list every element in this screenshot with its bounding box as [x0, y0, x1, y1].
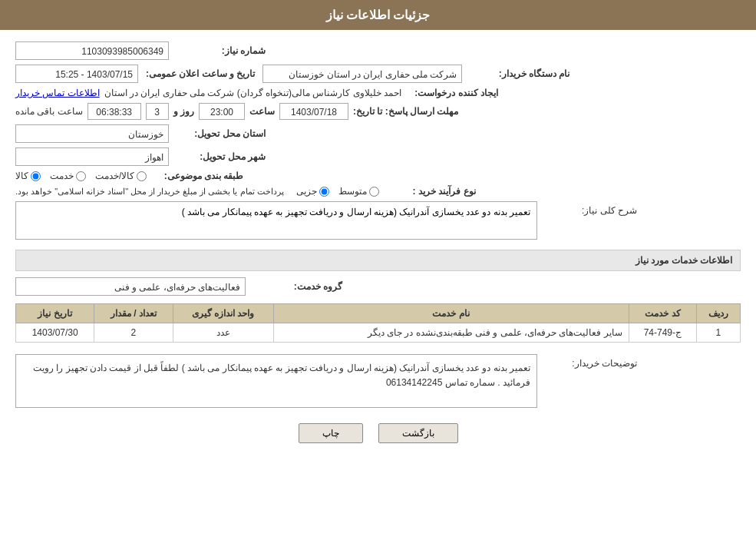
- service-group-label: گروه خدمت:: [250, 281, 342, 292]
- col-header-date: تاریخ نیاز: [16, 304, 94, 323]
- main-content: شماره نیاز: 1103093985006349 نام دستگاه …: [0, 30, 756, 455]
- cell-unit: عدد: [173, 323, 273, 343]
- back-button[interactable]: بازگشت: [378, 423, 458, 443]
- buyer-desc-value: تعمیر بدنه دو عدد یخسازی آندرانیک (هزینه…: [15, 354, 537, 408]
- buyer-desc-row: توضیحات خریدار: تعمیر بدنه دو عدد یخسازی…: [15, 354, 741, 408]
- process-option-motavaset[interactable]: متوسط: [338, 186, 379, 197]
- buyer-org-value: شرکت ملی حفاری ایران در استان خوزستان: [262, 65, 462, 83]
- deadline-date: 1403/07/18: [279, 103, 348, 120]
- button-row: بازگشت چاپ: [15, 423, 741, 443]
- creator-value: احمد خلیلاوی کارشناس مالی(تنخواه گردان) …: [104, 88, 401, 98]
- deadline-time-label: ساعت: [249, 106, 275, 117]
- process-label: نوع فرآیند خرید :: [384, 186, 476, 197]
- description-container: تعمیر بدنه دو عدد یخسازی آندرانیک (هزینه…: [15, 201, 537, 242]
- services-section-title: اطلاعات خدمات مورد نیاز: [15, 250, 741, 271]
- province-row: استان محل تحویل: خوزستان: [15, 124, 741, 143]
- deadline-suffix: ساعت باقی مانده: [15, 106, 83, 117]
- buyer-org-label: نام دستگاه خریدار:: [470, 68, 569, 79]
- table-row: 1 ج-749-74 سایر فعالیت‌های حرفه‌ای، علمی…: [16, 323, 741, 343]
- creator-label: ایجاد کننده درخواست:: [406, 88, 498, 98]
- deadline-hours: 06:38:33: [87, 103, 141, 120]
- category-radio-group: کالا/خدمت خدمت کالا: [15, 171, 147, 181]
- process-option-jozi[interactable]: جزیی: [296, 186, 329, 197]
- service-group-row: گروه خدمت: فعالیت‌های حرفه‌ای، علمی و فن…: [15, 277, 741, 296]
- date-value: 1403/07/15 - 15:25: [15, 65, 138, 83]
- cell-name: سایر فعالیت‌های حرفه‌ای، علمی و فنی طبقه…: [273, 323, 629, 343]
- process-radio-group: متوسط جزیی: [296, 186, 379, 197]
- cell-row-num: 1: [696, 323, 740, 343]
- process-notice: پرداخت تمام یا بخشی از مبلغ خریدار از مح…: [15, 187, 284, 197]
- deadline-days: 3: [146, 103, 169, 120]
- category-option-khedmat[interactable]: خدمت: [50, 171, 86, 181]
- process-row: نوع فرآیند خرید : متوسط جزیی پرداخت تمام…: [15, 186, 741, 197]
- delivery-province-value: خوزستان: [15, 124, 169, 143]
- col-header-code: کد خدمت: [629, 304, 696, 323]
- page-title: جزئیات اطلاعات نیاز: [326, 8, 431, 22]
- deadline-label: مهلت ارسال پاسخ: تا تاریخ:: [353, 106, 458, 117]
- creator-link[interactable]: اطلاعات تماس خریدار: [15, 88, 100, 98]
- page-header: جزئیات اطلاعات نیاز: [0, 0, 756, 30]
- deadline-row: مهلت ارسال پاسخ: تا تاریخ: 1403/07/18 سا…: [15, 103, 741, 120]
- print-button[interactable]: چاپ: [299, 423, 363, 443]
- col-header-qty: تعداد / مقدار: [94, 304, 173, 323]
- niyaz-number-row: شماره نیاز: 1103093985006349: [15, 41, 741, 60]
- buyer-desc-container: تعمیر بدنه دو عدد یخسازی آندرانیک (هزینه…: [15, 354, 537, 408]
- service-group-value: فعالیت‌های حرفه‌ای، علمی و فنی: [15, 277, 246, 296]
- description-label: شرح کلی نیاز:: [545, 205, 637, 216]
- creator-row: ایجاد کننده درخواست: احمد خلیلاوی کارشنا…: [15, 88, 741, 98]
- date-org-row: نام دستگاه خریدار: شرکت ملی حفاری ایران …: [15, 65, 741, 83]
- deadline-days-label: روز و: [173, 106, 194, 117]
- category-row: طبقه بندی موضوعی: کالا/خدمت خدمت کالا: [15, 171, 741, 181]
- delivery-city-value: اهواز: [15, 147, 169, 166]
- buyer-desc-label: توضیحات خریدار:: [545, 358, 637, 369]
- page-container: جزئیات اطلاعات نیاز شماره نیاز: 11030939…: [0, 0, 756, 540]
- cell-code: ج-749-74: [629, 323, 696, 343]
- delivery-province-label: استان محل تحویل:: [173, 128, 266, 139]
- category-option-kala[interactable]: کالا: [15, 171, 41, 181]
- date-label: تاریخ و ساعت اعلان عمومی:: [146, 68, 255, 79]
- cell-qty: 2: [94, 323, 173, 343]
- category-label: طبقه بندی موضوعی:: [151, 171, 243, 181]
- col-header-row: ردیف: [696, 304, 740, 323]
- col-header-unit: واحد اندازه گیری: [173, 304, 273, 323]
- niyaz-number-label: شماره نیاز:: [173, 45, 266, 56]
- description-textarea[interactable]: تعمیر بدنه دو عدد یخسازی آندرانیک (هزینه…: [15, 201, 537, 240]
- description-row: شرح کلی نیاز: تعمیر بدنه دو عدد یخسازی آ…: [15, 201, 741, 242]
- city-row: شهر محل تحویل: اهواز: [15, 147, 741, 166]
- delivery-city-label: شهر محل تحویل:: [173, 151, 266, 162]
- services-table: ردیف کد خدمت نام خدمت واحد اندازه گیری ت…: [15, 303, 741, 343]
- cell-date: 1403/07/30: [16, 323, 94, 343]
- col-header-name: نام خدمت: [273, 304, 629, 323]
- deadline-time: 23:00: [199, 103, 245, 120]
- niyaz-number-value: 1103093985006349: [15, 41, 169, 60]
- category-option-kala-khedmat[interactable]: کالا/خدمت: [95, 171, 147, 181]
